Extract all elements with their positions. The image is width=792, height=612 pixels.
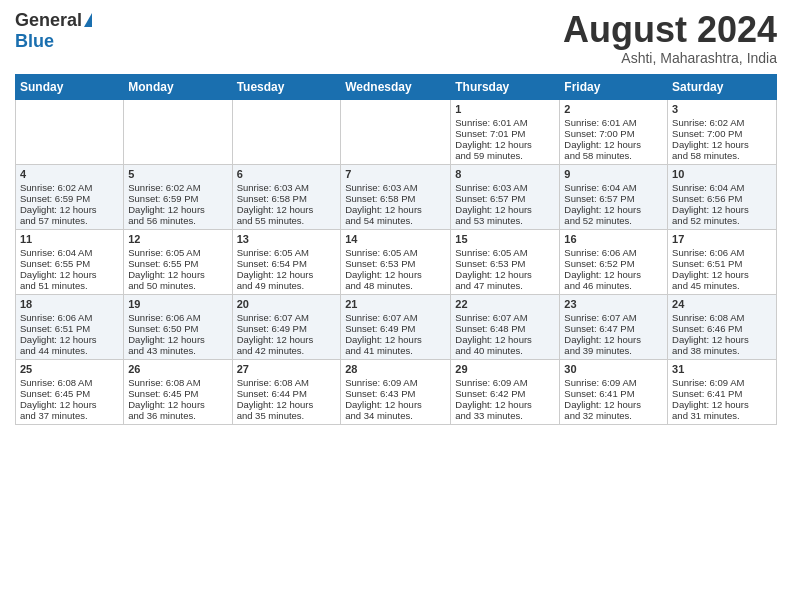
day-info: Sunrise: 6:06 AM xyxy=(20,312,119,323)
day-number: 27 xyxy=(237,363,337,375)
day-info: and 43 minutes. xyxy=(128,345,227,356)
day-number: 28 xyxy=(345,363,446,375)
day-info: Sunset: 6:45 PM xyxy=(128,388,227,399)
day-info: Sunrise: 6:04 AM xyxy=(564,182,663,193)
day-info: and 39 minutes. xyxy=(564,345,663,356)
day-number: 20 xyxy=(237,298,337,310)
day-number: 25 xyxy=(20,363,119,375)
calendar-header-row: SundayMondayTuesdayWednesdayThursdayFrid… xyxy=(16,74,777,99)
calendar-cell: 24Sunrise: 6:08 AMSunset: 6:46 PMDayligh… xyxy=(668,294,777,359)
day-info: Daylight: 12 hours xyxy=(672,139,772,150)
day-info: Sunrise: 6:06 AM xyxy=(128,312,227,323)
day-number: 24 xyxy=(672,298,772,310)
day-info: Daylight: 12 hours xyxy=(128,399,227,410)
day-info: Sunset: 6:51 PM xyxy=(20,323,119,334)
day-info: Sunrise: 6:05 AM xyxy=(237,247,337,258)
day-info: Sunrise: 6:08 AM xyxy=(128,377,227,388)
day-info: Daylight: 12 hours xyxy=(237,334,337,345)
day-info: Sunset: 6:54 PM xyxy=(237,258,337,269)
day-info: Sunrise: 6:08 AM xyxy=(237,377,337,388)
day-info: and 57 minutes. xyxy=(20,215,119,226)
month-title: August 2024 xyxy=(563,10,777,50)
day-info: Sunset: 6:59 PM xyxy=(20,193,119,204)
day-info: Sunrise: 6:01 AM xyxy=(455,117,555,128)
day-info: Daylight: 12 hours xyxy=(20,269,119,280)
day-number: 10 xyxy=(672,168,772,180)
day-info: Sunset: 6:42 PM xyxy=(455,388,555,399)
day-number: 2 xyxy=(564,103,663,115)
day-info: Sunrise: 6:04 AM xyxy=(672,182,772,193)
logo-blue-text: Blue xyxy=(15,31,54,52)
day-info: Daylight: 12 hours xyxy=(20,399,119,410)
day-number: 31 xyxy=(672,363,772,375)
day-info: and 58 minutes. xyxy=(564,150,663,161)
calendar-week-row: 25Sunrise: 6:08 AMSunset: 6:45 PMDayligh… xyxy=(16,359,777,424)
day-info: and 50 minutes. xyxy=(128,280,227,291)
day-info: Daylight: 12 hours xyxy=(345,269,446,280)
day-info: Sunrise: 6:03 AM xyxy=(237,182,337,193)
day-number: 21 xyxy=(345,298,446,310)
calendar-cell: 7Sunrise: 6:03 AMSunset: 6:58 PMDaylight… xyxy=(341,164,451,229)
day-info: Sunset: 6:41 PM xyxy=(672,388,772,399)
header: General Blue August 2024 Ashti, Maharash… xyxy=(15,10,777,66)
day-info: Sunset: 6:58 PM xyxy=(237,193,337,204)
day-info: Sunset: 6:57 PM xyxy=(564,193,663,204)
logo-general-text: General xyxy=(15,10,82,31)
calendar-cell: 18Sunrise: 6:06 AMSunset: 6:51 PMDayligh… xyxy=(16,294,124,359)
day-info: Sunrise: 6:07 AM xyxy=(345,312,446,323)
day-info: and 40 minutes. xyxy=(455,345,555,356)
day-number: 17 xyxy=(672,233,772,245)
day-info: Sunset: 6:57 PM xyxy=(455,193,555,204)
day-info: and 46 minutes. xyxy=(564,280,663,291)
day-info: and 55 minutes. xyxy=(237,215,337,226)
day-number: 22 xyxy=(455,298,555,310)
calendar-cell: 26Sunrise: 6:08 AMSunset: 6:45 PMDayligh… xyxy=(124,359,232,424)
day-info: Sunset: 6:44 PM xyxy=(237,388,337,399)
day-info: Daylight: 12 hours xyxy=(455,139,555,150)
day-number: 26 xyxy=(128,363,227,375)
calendar-cell: 28Sunrise: 6:09 AMSunset: 6:43 PMDayligh… xyxy=(341,359,451,424)
day-info: Sunset: 7:00 PM xyxy=(564,128,663,139)
calendar-cell: 31Sunrise: 6:09 AMSunset: 6:41 PMDayligh… xyxy=(668,359,777,424)
day-info: and 44 minutes. xyxy=(20,345,119,356)
day-info: Daylight: 12 hours xyxy=(237,204,337,215)
day-info: Daylight: 12 hours xyxy=(672,269,772,280)
day-info: Sunrise: 6:08 AM xyxy=(20,377,119,388)
day-info: Sunrise: 6:09 AM xyxy=(564,377,663,388)
day-info: Sunrise: 6:09 AM xyxy=(455,377,555,388)
calendar-cell: 2Sunrise: 6:01 AMSunset: 7:00 PMDaylight… xyxy=(560,99,668,164)
day-info: Sunset: 6:43 PM xyxy=(345,388,446,399)
day-number: 1 xyxy=(455,103,555,115)
calendar-table: SundayMondayTuesdayWednesdayThursdayFrid… xyxy=(15,74,777,425)
day-info: Daylight: 12 hours xyxy=(564,139,663,150)
day-info: Sunset: 6:52 PM xyxy=(564,258,663,269)
calendar-header-sunday: Sunday xyxy=(16,74,124,99)
calendar-cell: 4Sunrise: 6:02 AMSunset: 6:59 PMDaylight… xyxy=(16,164,124,229)
calendar-cell: 5Sunrise: 6:02 AMSunset: 6:59 PMDaylight… xyxy=(124,164,232,229)
calendar-cell: 21Sunrise: 6:07 AMSunset: 6:49 PMDayligh… xyxy=(341,294,451,359)
day-info: and 33 minutes. xyxy=(455,410,555,421)
day-info: Sunset: 6:49 PM xyxy=(345,323,446,334)
day-info: Sunset: 6:45 PM xyxy=(20,388,119,399)
day-info: Sunset: 6:53 PM xyxy=(345,258,446,269)
day-number: 29 xyxy=(455,363,555,375)
calendar-week-row: 11Sunrise: 6:04 AMSunset: 6:55 PMDayligh… xyxy=(16,229,777,294)
day-info: Sunset: 6:48 PM xyxy=(455,323,555,334)
day-info: and 52 minutes. xyxy=(672,215,772,226)
calendar-header-wednesday: Wednesday xyxy=(341,74,451,99)
day-info: Daylight: 12 hours xyxy=(345,399,446,410)
day-number: 13 xyxy=(237,233,337,245)
day-info: and 48 minutes. xyxy=(345,280,446,291)
calendar-week-row: 18Sunrise: 6:06 AMSunset: 6:51 PMDayligh… xyxy=(16,294,777,359)
day-info: Sunrise: 6:07 AM xyxy=(455,312,555,323)
day-number: 23 xyxy=(564,298,663,310)
calendar-cell: 19Sunrise: 6:06 AMSunset: 6:50 PMDayligh… xyxy=(124,294,232,359)
day-number: 9 xyxy=(564,168,663,180)
logo: General Blue xyxy=(15,10,92,52)
calendar-cell: 6Sunrise: 6:03 AMSunset: 6:58 PMDaylight… xyxy=(232,164,341,229)
day-info: Sunrise: 6:05 AM xyxy=(128,247,227,258)
day-number: 11 xyxy=(20,233,119,245)
calendar-header-monday: Monday xyxy=(124,74,232,99)
day-info: Sunrise: 6:09 AM xyxy=(345,377,446,388)
day-info: and 51 minutes. xyxy=(20,280,119,291)
